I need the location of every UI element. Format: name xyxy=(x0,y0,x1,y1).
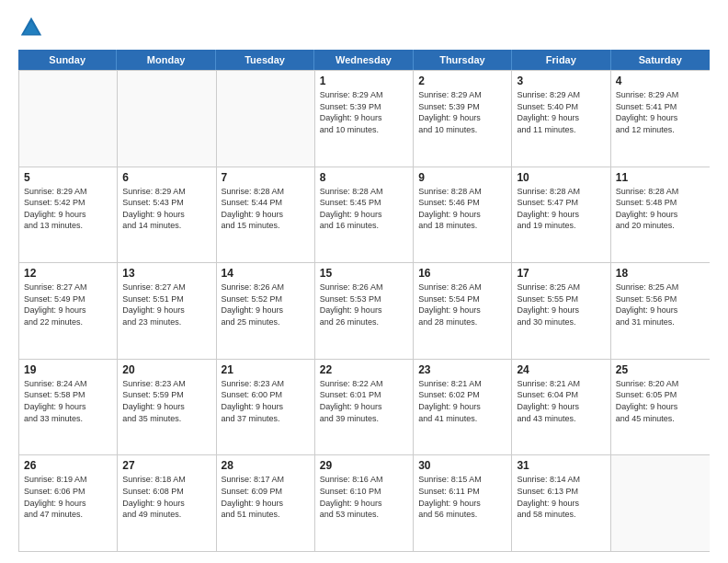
day-number: 28 xyxy=(222,459,310,472)
week-row-5: 26Sunrise: 8:19 AM Sunset: 6:06 PM Dayli… xyxy=(19,454,710,551)
day-info: Sunrise: 8:20 AM Sunset: 6:05 PM Dayligh… xyxy=(616,378,705,424)
day-number: 18 xyxy=(616,267,705,280)
weekday-header: Friday xyxy=(512,50,610,70)
day-cell-25: 25Sunrise: 8:20 AM Sunset: 6:05 PM Dayli… xyxy=(611,360,710,455)
day-cell-10: 10Sunrise: 8:28 AM Sunset: 5:47 PM Dayli… xyxy=(512,167,610,263)
day-info: Sunrise: 8:21 AM Sunset: 6:02 PM Dayligh… xyxy=(418,378,506,424)
day-cell-11: 11Sunrise: 8:28 AM Sunset: 5:48 PM Dayli… xyxy=(611,167,710,263)
weekday-header: Thursday xyxy=(414,50,512,70)
day-cell-26: 26Sunrise: 8:19 AM Sunset: 6:06 PM Dayli… xyxy=(19,455,118,551)
calendar-header-row: SundayMondayTuesdayWednesdayThursdayFrid… xyxy=(18,50,710,70)
day-cell-31: 31Sunrise: 8:14 AM Sunset: 6:13 PM Dayli… xyxy=(512,455,610,551)
day-info: Sunrise: 8:29 AM Sunset: 5:39 PM Dayligh… xyxy=(418,89,506,135)
day-info: Sunrise: 8:29 AM Sunset: 5:41 PM Dayligh… xyxy=(616,89,705,135)
day-cell-14: 14Sunrise: 8:26 AM Sunset: 5:52 PM Dayli… xyxy=(217,263,315,359)
day-cell-5: 5Sunrise: 8:29 AM Sunset: 5:42 PM Daylig… xyxy=(19,167,118,263)
day-number: 7 xyxy=(222,171,310,184)
day-info: Sunrise: 8:26 AM Sunset: 5:52 PM Dayligh… xyxy=(222,282,310,327)
day-info: Sunrise: 8:29 AM Sunset: 5:42 PM Dayligh… xyxy=(24,186,112,232)
day-info: Sunrise: 8:14 AM Sunset: 6:13 PM Dayligh… xyxy=(517,474,605,520)
week-row-2: 5Sunrise: 8:29 AM Sunset: 5:42 PM Daylig… xyxy=(19,167,710,263)
weekday-header: Monday xyxy=(117,50,215,70)
day-number: 21 xyxy=(222,363,310,376)
day-cell-9: 9Sunrise: 8:28 AM Sunset: 5:46 PM Daylig… xyxy=(414,167,512,263)
day-info: Sunrise: 8:28 AM Sunset: 5:44 PM Dayligh… xyxy=(222,186,310,232)
day-cell-2: 2Sunrise: 8:29 AM Sunset: 5:39 PM Daylig… xyxy=(414,71,512,167)
calendar-body: 1Sunrise: 8:29 AM Sunset: 5:39 PM Daylig… xyxy=(18,70,710,552)
day-cell-30: 30Sunrise: 8:15 AM Sunset: 6:11 PM Dayli… xyxy=(414,455,512,551)
day-number: 8 xyxy=(320,171,408,184)
day-number: 15 xyxy=(320,267,408,280)
day-number: 29 xyxy=(320,459,408,472)
week-row-1: 1Sunrise: 8:29 AM Sunset: 5:39 PM Daylig… xyxy=(19,70,710,167)
day-info: Sunrise: 8:24 AM Sunset: 5:58 PM Dayligh… xyxy=(24,378,112,424)
day-number: 10 xyxy=(517,171,605,184)
day-info: Sunrise: 8:25 AM Sunset: 5:55 PM Dayligh… xyxy=(517,282,605,327)
day-info: Sunrise: 8:19 AM Sunset: 6:06 PM Dayligh… xyxy=(24,474,112,520)
day-number: 9 xyxy=(418,171,506,184)
day-info: Sunrise: 8:27 AM Sunset: 5:51 PM Dayligh… xyxy=(122,282,210,327)
day-info: Sunrise: 8:28 AM Sunset: 5:45 PM Dayligh… xyxy=(320,186,408,232)
week-row-4: 19Sunrise: 8:24 AM Sunset: 5:58 PM Dayli… xyxy=(19,359,710,455)
day-info: Sunrise: 8:15 AM Sunset: 6:11 PM Dayligh… xyxy=(418,474,506,520)
day-cell-20: 20Sunrise: 8:23 AM Sunset: 5:59 PM Dayli… xyxy=(118,360,216,455)
day-number: 23 xyxy=(418,363,506,376)
day-cell-28: 28Sunrise: 8:17 AM Sunset: 6:09 PM Dayli… xyxy=(217,455,315,551)
day-cell-17: 17Sunrise: 8:25 AM Sunset: 5:55 PM Dayli… xyxy=(512,263,610,359)
weekday-header: Saturday xyxy=(611,50,710,70)
day-info: Sunrise: 8:25 AM Sunset: 5:56 PM Dayligh… xyxy=(616,282,705,327)
day-number: 30 xyxy=(418,459,506,472)
day-number: 19 xyxy=(24,363,112,376)
weekday-header: Sunday xyxy=(18,50,117,70)
day-info: Sunrise: 8:23 AM Sunset: 5:59 PM Dayligh… xyxy=(122,378,210,424)
day-number: 11 xyxy=(616,171,705,184)
day-info: Sunrise: 8:28 AM Sunset: 5:46 PM Dayligh… xyxy=(418,186,506,232)
calendar: SundayMondayTuesdayWednesdayThursdayFrid… xyxy=(18,50,710,552)
day-cell-3: 3Sunrise: 8:29 AM Sunset: 5:40 PM Daylig… xyxy=(512,71,610,167)
day-cell-6: 6Sunrise: 8:29 AM Sunset: 5:43 PM Daylig… xyxy=(118,167,216,263)
day-info: Sunrise: 8:17 AM Sunset: 6:09 PM Dayligh… xyxy=(222,474,310,520)
day-number: 6 xyxy=(122,171,210,184)
day-info: Sunrise: 8:21 AM Sunset: 6:04 PM Dayligh… xyxy=(517,378,605,424)
day-cell-18: 18Sunrise: 8:25 AM Sunset: 5:56 PM Dayli… xyxy=(611,263,710,359)
day-info: Sunrise: 8:29 AM Sunset: 5:39 PM Dayligh… xyxy=(320,89,408,135)
day-cell-24: 24Sunrise: 8:21 AM Sunset: 6:04 PM Dayli… xyxy=(512,360,610,455)
day-cell-4: 4Sunrise: 8:29 AM Sunset: 5:41 PM Daylig… xyxy=(611,71,710,167)
day-info: Sunrise: 8:26 AM Sunset: 5:53 PM Dayligh… xyxy=(320,282,408,327)
weekday-header: Wednesday xyxy=(314,50,413,70)
day-number: 1 xyxy=(320,75,408,87)
empty-cell xyxy=(118,71,216,167)
day-info: Sunrise: 8:28 AM Sunset: 5:47 PM Dayligh… xyxy=(517,186,605,232)
day-cell-19: 19Sunrise: 8:24 AM Sunset: 5:58 PM Dayli… xyxy=(19,360,118,455)
day-cell-27: 27Sunrise: 8:18 AM Sunset: 6:08 PM Dayli… xyxy=(118,455,216,551)
day-info: Sunrise: 8:27 AM Sunset: 5:49 PM Dayligh… xyxy=(24,282,112,327)
weekday-header: Tuesday xyxy=(216,50,314,70)
day-number: 26 xyxy=(24,459,112,472)
day-number: 16 xyxy=(418,267,506,280)
day-cell-29: 29Sunrise: 8:16 AM Sunset: 6:10 PM Dayli… xyxy=(315,455,414,551)
day-number: 4 xyxy=(616,75,705,87)
day-number: 13 xyxy=(122,267,210,280)
day-number: 14 xyxy=(222,267,310,280)
page: SundayMondayTuesdayWednesdayThursdayFrid… xyxy=(0,0,728,563)
day-cell-7: 7Sunrise: 8:28 AM Sunset: 5:44 PM Daylig… xyxy=(217,167,315,263)
day-number: 25 xyxy=(616,363,705,376)
day-cell-22: 22Sunrise: 8:22 AM Sunset: 6:01 PM Dayli… xyxy=(315,360,414,455)
day-info: Sunrise: 8:22 AM Sunset: 6:01 PM Dayligh… xyxy=(320,378,408,424)
day-number: 24 xyxy=(517,363,605,376)
day-number: 17 xyxy=(517,267,605,280)
day-number: 20 xyxy=(122,363,210,376)
day-cell-12: 12Sunrise: 8:27 AM Sunset: 5:49 PM Dayli… xyxy=(19,263,118,359)
week-row-3: 12Sunrise: 8:27 AM Sunset: 5:49 PM Dayli… xyxy=(19,262,710,359)
day-cell-8: 8Sunrise: 8:28 AM Sunset: 5:45 PM Daylig… xyxy=(315,167,414,263)
header xyxy=(18,15,710,40)
day-info: Sunrise: 8:26 AM Sunset: 5:54 PM Dayligh… xyxy=(418,282,506,327)
day-number: 31 xyxy=(517,459,605,472)
day-number: 27 xyxy=(122,459,210,472)
day-number: 12 xyxy=(24,267,112,280)
day-cell-23: 23Sunrise: 8:21 AM Sunset: 6:02 PM Dayli… xyxy=(414,360,512,455)
day-cell-21: 21Sunrise: 8:23 AM Sunset: 6:00 PM Dayli… xyxy=(217,360,315,455)
day-info: Sunrise: 8:29 AM Sunset: 5:40 PM Dayligh… xyxy=(517,89,605,135)
day-info: Sunrise: 8:18 AM Sunset: 6:08 PM Dayligh… xyxy=(122,474,210,520)
day-number: 2 xyxy=(418,75,506,87)
